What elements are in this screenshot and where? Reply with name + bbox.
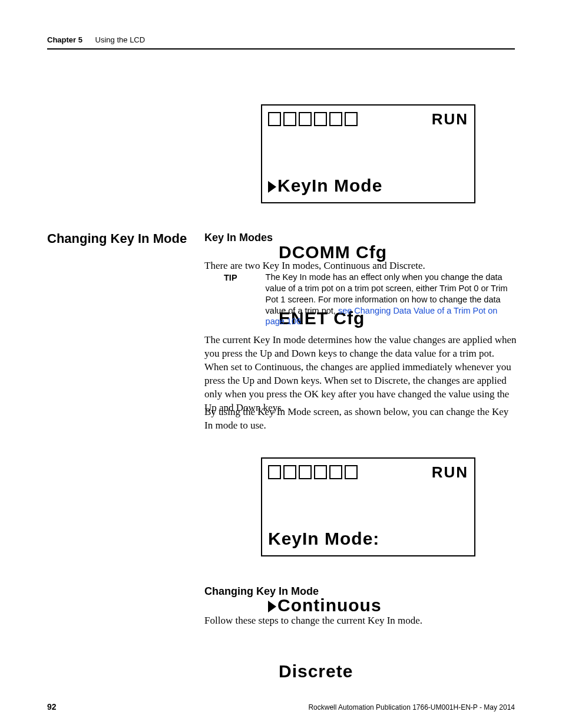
publication-info: Rockwell Automation Publication 1766-UM0… <box>308 703 515 711</box>
body-text: There are two Key In modes, Continuous a… <box>204 259 517 273</box>
body-text: Follow these steps to change the current… <box>204 614 517 628</box>
chapter-title: Using the LCD <box>95 35 146 44</box>
tip-label: TIP <box>224 272 237 327</box>
lcd-line: Continuous <box>277 595 382 615</box>
subsection-heading: Changing Key In Mode <box>204 585 319 598</box>
tip-block: TIP The Key In mode has an effect only w… <box>224 272 515 327</box>
subsection-heading: Key In Modes <box>204 232 273 244</box>
body-text: The current Key In mode determines how t… <box>204 334 517 415</box>
lcd-status: RUN <box>432 111 468 127</box>
section-heading: Changing Key In Mode <box>47 231 194 246</box>
lcd-line: DCOMM Cfg <box>279 242 387 262</box>
chapter-label: Chapter 5 <box>47 35 82 44</box>
lcd-status: RUN <box>432 465 468 480</box>
body-text: By using the Key In Mode screen, as show… <box>204 406 517 433</box>
lcd-line: Discrete <box>279 661 353 681</box>
menu-cursor-icon <box>268 181 276 193</box>
lcd-screen-menu: RUN KeyIn Mode DCOMM Cfg ENET Cfg <box>261 104 475 203</box>
lcd-line: KeyIn Mode <box>277 176 382 195</box>
lcd-screen-keyin: RUN KeyIn Mode: Continuous Discrete <box>261 457 475 556</box>
menu-cursor-icon <box>268 601 276 612</box>
page-number: 92 <box>47 702 57 711</box>
lcd-line: KeyIn Mode: <box>268 529 379 548</box>
running-head: Chapter 5 Using the LCD <box>47 35 145 44</box>
lcd-indicator-boxes <box>268 112 358 126</box>
header-rule <box>47 48 515 50</box>
tip-text: The Key In mode has an effect only when … <box>266 272 515 327</box>
lcd-indicator-boxes <box>268 465 358 479</box>
